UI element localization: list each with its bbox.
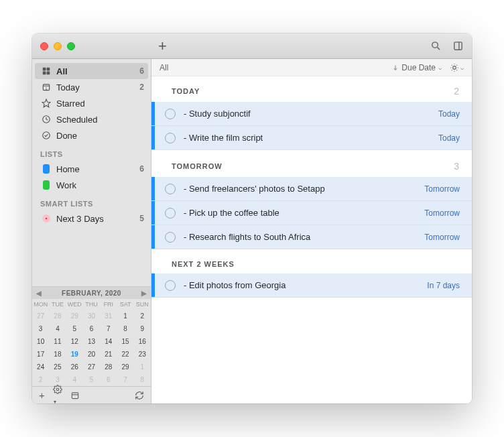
app-window: + All61Today2StarredScheduledDone LISTS … <box>32 34 472 403</box>
calendar-day[interactable]: 31 <box>100 310 117 322</box>
calendar-day[interactable]: 28 <box>100 361 117 373</box>
calendar-prev-button[interactable]: ◀ <box>36 290 42 297</box>
calendar-day[interactable]: 29 <box>66 310 83 322</box>
task-row[interactable]: - Research flights to South AfricaTomorr… <box>151 225 472 249</box>
calendar-day[interactable]: 1 <box>134 361 151 373</box>
svg-rect-7 <box>47 72 50 75</box>
calendar-toggle-icon[interactable] <box>70 391 80 400</box>
display-options-button[interactable]: ⌵ <box>450 63 464 72</box>
calendar-dow: SUN <box>134 299 151 310</box>
calendar-day[interactable]: 7 <box>100 322 117 335</box>
calendar-day[interactable]: 27 <box>83 361 100 373</box>
svg-line-28 <box>456 64 457 65</box>
main-toolbar: All Due Date ⌵ ⌵ <box>151 59 472 76</box>
svg-point-13 <box>43 132 50 139</box>
calendar-day[interactable]: 21 <box>100 348 117 361</box>
breadcrumb[interactable]: All <box>160 63 168 72</box>
task-due: Today <box>438 133 460 143</box>
calendar-day[interactable]: 13 <box>83 335 100 348</box>
calendar-day[interactable]: 7 <box>117 373 133 386</box>
calendar-day[interactable]: 18 <box>49 348 66 361</box>
calendar-next-button[interactable]: ▶ <box>141 290 147 297</box>
calendar-day[interactable]: 12 <box>66 335 83 348</box>
sidebar-item-label: Starred <box>56 99 85 109</box>
calendar-dow: SAT <box>117 299 133 310</box>
calendar-day[interactable]: 17 <box>32 348 49 361</box>
task-checkbox[interactable] <box>165 133 176 143</box>
calendar-day[interactable]: 24 <box>32 361 49 373</box>
task-row[interactable]: - Study subjonctifToday <box>151 102 472 126</box>
traffic-lights <box>40 42 75 50</box>
calendar-day[interactable]: 4 <box>49 322 66 335</box>
calendar-day[interactable]: 2 <box>134 310 151 322</box>
sidebar-smart-starred[interactable]: Starred <box>32 95 151 111</box>
task-row[interactable]: - Send freelancers' photos to SetappTomo… <box>151 177 472 201</box>
sidebar-item-label: Today <box>56 82 80 92</box>
task-title: - Pick up the coffee table <box>184 208 279 218</box>
sidebar-smart-done[interactable]: Done <box>32 127 151 143</box>
sidebar-list-work[interactable]: Work <box>32 177 151 193</box>
calendar-day[interactable]: 2 <box>32 373 49 386</box>
calendar-day[interactable]: 19 <box>66 348 83 361</box>
calendar-day[interactable]: 30 <box>83 310 100 322</box>
close-window-button[interactable] <box>40 42 48 50</box>
calendar-day[interactable]: 1 <box>117 310 133 322</box>
task-row[interactable]: - Pick up the coffee tableTomorrow <box>151 201 472 225</box>
sidebar-smart-all[interactable]: All6 <box>35 63 148 79</box>
sidebar-smart-scheduled[interactable]: Scheduled <box>32 111 151 127</box>
calendar-day[interactable]: 6 <box>83 322 100 335</box>
add-list-button[interactable]: + <box>39 389 45 401</box>
calendar-day[interactable]: 10 <box>32 335 49 348</box>
calendar-day[interactable]: 4 <box>66 373 83 386</box>
sidebar-item-count: 2 <box>139 82 144 92</box>
calendar-day[interactable]: 8 <box>117 322 133 335</box>
task-row[interactable]: - Write the film scriptToday <box>151 126 472 150</box>
minimize-window-button[interactable] <box>54 42 62 50</box>
sidebar-smartlist-next-3-days[interactable]: Next 3 Days5 <box>32 210 151 227</box>
add-task-button[interactable]: + <box>158 38 167 55</box>
calendar-day[interactable]: 5 <box>66 322 83 335</box>
calendar-day[interactable]: 3 <box>32 322 49 335</box>
task-checkbox[interactable] <box>165 232 176 243</box>
sidebar-smart-today[interactable]: 1Today2 <box>32 79 151 95</box>
titlebar[interactable]: + <box>32 34 472 59</box>
calendar-day[interactable]: 14 <box>100 335 117 348</box>
calendar-day[interactable]: 20 <box>83 348 100 361</box>
settings-gear-icon[interactable]: ▾ <box>53 385 62 404</box>
panel-toggle-icon[interactable] <box>452 40 464 52</box>
calendar-day[interactable]: 27 <box>32 310 49 322</box>
task-checkbox[interactable] <box>165 280 176 291</box>
calendar-day[interactable]: 6 <box>100 373 117 386</box>
calendar-day[interactable]: 8 <box>134 373 151 386</box>
calendar-day[interactable]: 28 <box>49 310 66 322</box>
sort-button[interactable]: Due Date ⌵ <box>392 63 442 72</box>
task-due: In 7 days <box>427 281 460 290</box>
calendar-day[interactable]: 25 <box>49 361 66 373</box>
task-row[interactable]: - Edit photos from GeorgiaIn 7 days <box>151 273 472 298</box>
sync-icon[interactable] <box>135 391 144 400</box>
svg-line-1 <box>438 48 440 50</box>
task-checkbox[interactable] <box>165 184 176 194</box>
calendar-day[interactable]: 9 <box>134 322 151 335</box>
search-icon[interactable] <box>430 40 442 52</box>
calendar-day[interactable]: 11 <box>49 335 66 348</box>
list-color-dot <box>40 164 52 174</box>
fullscreen-window-button[interactable] <box>67 42 75 50</box>
calendar-day[interactable]: 22 <box>117 348 133 361</box>
calendar-day[interactable]: 15 <box>117 335 133 348</box>
sidebar-list-home[interactable]: Home6 <box>32 161 151 177</box>
task-title: - Write the film script <box>184 133 263 143</box>
svg-rect-4 <box>43 68 46 71</box>
clock-icon <box>40 115 52 124</box>
task-checkbox[interactable] <box>165 109 176 119</box>
task-checkbox[interactable] <box>165 208 176 218</box>
calendar-day[interactable]: 16 <box>134 335 151 348</box>
sidebar: All61Today2StarredScheduledDone LISTS Ho… <box>32 59 151 403</box>
calendar: ◀ FEBRUARY, 2020 ▶ MONTUEWEDTHUFRISATSUN… <box>32 286 151 386</box>
calendar-day[interactable]: 26 <box>66 361 83 373</box>
calendar-day[interactable]: 5 <box>83 373 100 386</box>
calendar-day[interactable]: 29 <box>117 361 133 373</box>
calendar-dow: THU <box>83 299 100 310</box>
calendar-day[interactable]: 23 <box>134 348 151 361</box>
svg-line-23 <box>452 64 452 65</box>
